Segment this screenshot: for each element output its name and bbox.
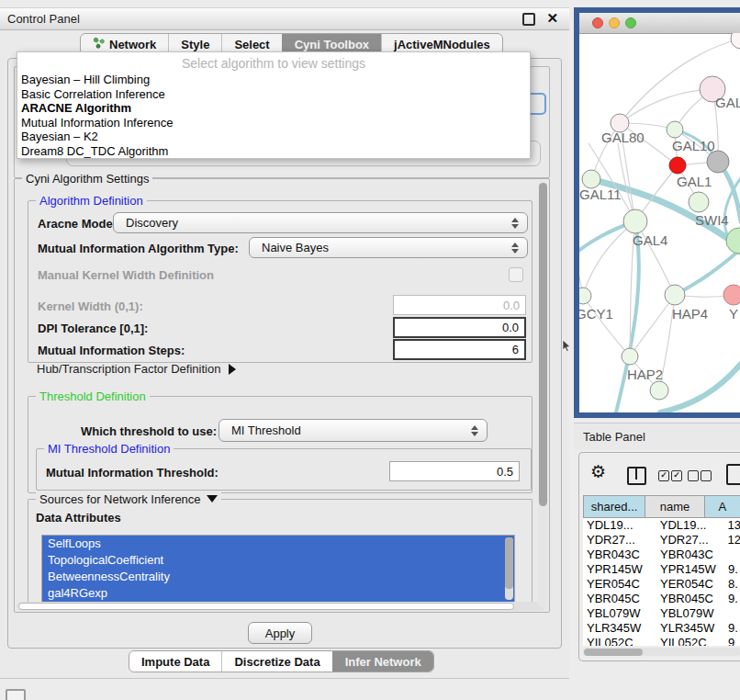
- column-header[interactable]: A: [705, 495, 740, 518]
- settings-horizontal-scrollbar[interactable]: [17, 602, 545, 611]
- network-edge[interactable]: [660, 364, 740, 412]
- which-threshold-label: Which threshold to use:: [81, 424, 217, 438]
- mi-threshold-field[interactable]: 0.5: [389, 461, 520, 481]
- node-right-green[interactable]: [726, 228, 740, 254]
- aracne-mode-combo[interactable]: Discovery: [113, 212, 528, 233]
- table-cell: YBL079W: [583, 606, 656, 621]
- table-row[interactable]: YDR27...YDR27...12: [583, 533, 740, 548]
- node-gal11[interactable]: [582, 170, 600, 188]
- kernel-width-field[interactable]: 0.0: [393, 295, 526, 315]
- network-edge[interactable]: [583, 296, 630, 356]
- table-row[interactable]: YDL19...YDL19...13: [583, 518, 740, 533]
- table-row[interactable]: YPR145WYPR145W9.: [583, 562, 740, 577]
- mi-type-label: Mutual Information Algorithm Type:: [38, 242, 239, 255]
- algorithm-option[interactable]: Bayesian – K2: [17, 130, 530, 144]
- mi-type-value: Naive Bayes: [262, 241, 329, 254]
- attributes-scrollbar-thumb[interactable]: [505, 537, 513, 589]
- apply-button[interactable]: Apply: [248, 622, 312, 644]
- node-gal80-label: GAL80: [601, 130, 645, 145]
- tab-impute-data[interactable]: Impute Data: [129, 651, 221, 672]
- manual-kernel-width-checkbox[interactable]: [509, 267, 523, 282]
- node-gcy1[interactable]: [579, 288, 591, 304]
- app-root: Control Panel ✕ NetworkStyleSelectCyni T…: [0, 0, 740, 700]
- node-hap2-label: HAP2: [627, 367, 663, 382]
- node-gray[interactable]: [707, 151, 729, 173]
- tab-label: Style: [181, 38, 209, 51]
- table-row[interactable]: YBR043CYBR043C: [583, 548, 740, 562]
- tab-discretize-data[interactable]: Discretize Data: [221, 651, 331, 672]
- mi-steps-field[interactable]: 6: [393, 339, 526, 360]
- table-horizontal-scrollbar[interactable]: [583, 648, 740, 656]
- algorithm-option[interactable]: ARACNE Algorithm: [17, 101, 530, 116]
- node-gal10[interactable]: [667, 121, 683, 138]
- document-icon[interactable]: [726, 464, 740, 485]
- network-view-window[interactable]: GALGAL80GAL10GAL1SWI4GAL11GAL4GCY1HAP4YH…: [574, 7, 740, 418]
- column-header[interactable]: shared...: [583, 495, 645, 518]
- aracne-mode-value: Discovery: [126, 216, 178, 230]
- table-row[interactable]: YIL052CYIL052C9: [583, 636, 740, 646]
- attribute-item[interactable]: SelfLoops: [42, 536, 514, 552]
- table-cell: [726, 548, 728, 562]
- node-gal4[interactable]: [623, 209, 647, 233]
- minimized-panel-icon[interactable]: [6, 689, 26, 700]
- sources-title[interactable]: Sources for Network Inference: [36, 492, 221, 506]
- hub-tf-definition-expander[interactable]: Hub/Transcription Factor Definition: [37, 362, 236, 376]
- attribute-item[interactable]: BetweennessCentrality: [42, 569, 514, 585]
- node-swi4[interactable]: [689, 192, 709, 212]
- table-cell: 13: [726, 518, 740, 533]
- attribute-item[interactable]: TopologicalCoefficient: [42, 552, 514, 569]
- node-top-partial[interactable]: [731, 33, 740, 49]
- settings-vscrollbar-thumb[interactable]: [539, 183, 547, 506]
- attributes-scrollbar[interactable]: [505, 537, 513, 600]
- node-bottom-partial[interactable]: [650, 381, 668, 400]
- table-cell: YER054C: [656, 577, 726, 592]
- gear-icon[interactable]: ⚙: [590, 463, 606, 480]
- node-hap2[interactable]: [622, 348, 638, 365]
- mi-threshold-label: Mutual Information Threshold:: [46, 466, 219, 480]
- which-threshold-combo[interactable]: MI Threshold: [219, 419, 488, 442]
- dpi-tolerance-label: DPI Tolerance [0,1]:: [38, 322, 148, 335]
- table-row[interactable]: YBR045CYBR045C9.: [583, 592, 740, 606]
- control-panel: Control Panel ✕ NetworkStyleSelectCyni T…: [0, 7, 569, 679]
- node-gal11-label: GAL11: [579, 186, 622, 202]
- settings-vertical-scrollbar[interactable]: [538, 181, 547, 608]
- float-window-icon[interactable]: [522, 13, 535, 26]
- table-row[interactable]: YLR345WYLR345W9.: [583, 621, 740, 636]
- table-row[interactable]: YER054CYER054C8.: [583, 577, 740, 592]
- unchecked-checkbox-icon[interactable]: [701, 470, 712, 481]
- mac-minimize-icon[interactable]: [609, 17, 620, 28]
- algorithm-option[interactable]: Basic Correlation Inference: [17, 87, 530, 102]
- unchecked-checkbox-icon[interactable]: [688, 470, 699, 481]
- network-window-titlebar[interactable]: [579, 13, 740, 34]
- node-gal10-label: GAL10: [672, 138, 715, 153]
- network-edge[interactable]: [616, 221, 639, 412]
- threshold-definition-group: Threshold Definition Which threshold to …: [28, 396, 533, 493]
- tab-infer-network[interactable]: Infer Network: [332, 651, 433, 672]
- mi-algorithm-type-combo[interactable]: Naive Bayes: [249, 237, 528, 258]
- columns-icon[interactable]: [627, 467, 646, 485]
- tab-label: Network: [109, 38, 156, 51]
- data-attributes-list[interactable]: SelfLoopsTopologicalCoefficientBetweenne…: [41, 535, 515, 603]
- mac-close-icon[interactable]: [592, 17, 603, 28]
- mac-zoom-icon[interactable]: [625, 17, 636, 28]
- column-header[interactable]: name: [645, 495, 705, 518]
- algorithm-option[interactable]: Bayesian – Hill Climbing: [17, 73, 530, 87]
- algorithm-option[interactable]: Mutual Information Inference: [17, 116, 530, 130]
- table-cell: YIL052C: [656, 636, 726, 646]
- settings-hscrollbar-thumb[interactable]: [18, 603, 514, 610]
- node-gal1[interactable]: [669, 157, 686, 174]
- close-icon[interactable]: ✕: [546, 10, 558, 27]
- network-canvas[interactable]: GALGAL80GAL10GAL1SWI4GAL11GAL4GCY1HAP4YH…: [579, 33, 740, 412]
- node-hap4[interactable]: [665, 285, 685, 305]
- table-row[interactable]: YBL079WYBL079W: [583, 606, 740, 621]
- algorithm-dropdown-overlay: Select algorithm to view settings Bayesi…: [17, 51, 531, 159]
- checked-checkbox-icon[interactable]: ✓: [658, 470, 669, 481]
- node-pink-right[interactable]: [723, 285, 740, 305]
- attribute-item[interactable]: gal4RGexp: [42, 585, 514, 602]
- table-hscrollbar-thumb[interactable]: [584, 649, 643, 656]
- table-cell: YDL19...: [583, 518, 656, 533]
- algorithm-option[interactable]: Dream8 DC_TDC Algorithm: [17, 144, 530, 159]
- table-cell: 8.: [726, 577, 738, 592]
- checked-checkbox-icon[interactable]: ✓: [671, 470, 682, 481]
- dpi-tolerance-field[interactable]: 0.0: [393, 317, 526, 338]
